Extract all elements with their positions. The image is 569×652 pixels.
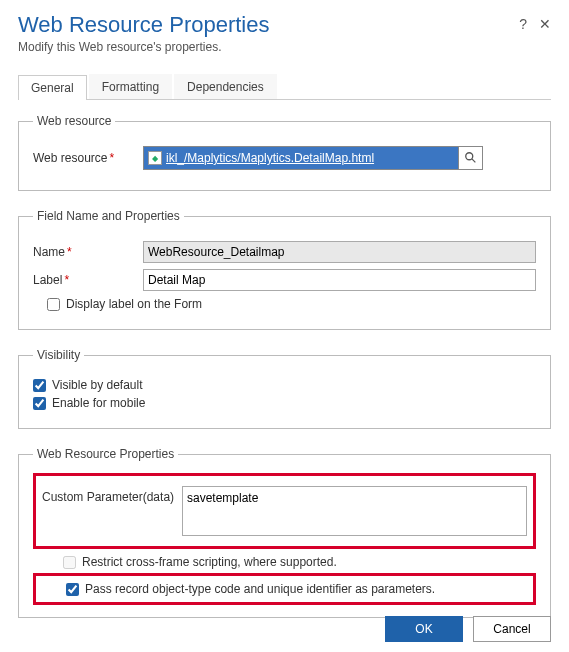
- restrict-xframe-text: Restrict cross-frame scripting, where su…: [82, 555, 337, 569]
- section-wr-properties: Web Resource Properties Custom Parameter…: [18, 447, 551, 618]
- label-label: Label*: [33, 273, 143, 287]
- tab-strip: General Formatting Dependencies: [18, 74, 551, 100]
- custom-param-textarea[interactable]: [182, 486, 527, 536]
- legend-web-resource: Web resource: [33, 114, 115, 128]
- display-label-checkbox[interactable]: [47, 298, 60, 311]
- svg-line-1: [471, 159, 475, 163]
- dialog-header: Web Resource Properties Modify this Web …: [18, 12, 551, 74]
- dialog-footer: OK Cancel: [385, 616, 551, 642]
- section-field-name: Field Name and Properties Name* Label* D…: [18, 209, 551, 330]
- name-input[interactable]: [143, 241, 536, 263]
- required-asterisk: *: [67, 245, 72, 259]
- svg-point-0: [465, 153, 472, 160]
- label-custom-param: Custom Parameter(data): [42, 486, 182, 504]
- tab-formatting[interactable]: Formatting: [89, 74, 172, 99]
- close-icon[interactable]: ✕: [539, 16, 551, 32]
- highlight-custom-param: Custom Parameter(data): [33, 473, 536, 549]
- display-label-text: Display label on the Form: [66, 297, 202, 311]
- webresource-icon: ◆: [148, 151, 162, 165]
- dialog-web-resource-properties: Web Resource Properties Modify this Web …: [0, 0, 569, 652]
- help-icon[interactable]: ?: [519, 16, 527, 32]
- cancel-button[interactable]: Cancel: [473, 616, 551, 642]
- legend-wr-properties: Web Resource Properties: [33, 447, 178, 461]
- lookup-button[interactable]: [458, 147, 482, 169]
- required-asterisk: *: [109, 151, 114, 165]
- restrict-xframe-checkbox[interactable]: [63, 556, 76, 569]
- legend-field-name: Field Name and Properties: [33, 209, 184, 223]
- label-input[interactable]: [143, 269, 536, 291]
- label-name: Name*: [33, 245, 143, 259]
- pass-record-text: Pass record object-type code and unique …: [85, 582, 435, 596]
- enable-mobile-text: Enable for mobile: [52, 396, 145, 410]
- section-web-resource: Web resource Web resource* ◆ ikl_/Maplyt…: [18, 114, 551, 191]
- legend-visibility: Visibility: [33, 348, 84, 362]
- tab-dependencies[interactable]: Dependencies: [174, 74, 277, 99]
- required-asterisk: *: [64, 273, 69, 287]
- highlight-pass-record: Pass record object-type code and unique …: [33, 573, 536, 605]
- visible-default-checkbox[interactable]: [33, 379, 46, 392]
- search-icon: [464, 151, 478, 165]
- dialog-title: Web Resource Properties: [18, 12, 270, 38]
- visible-default-text: Visible by default: [52, 378, 143, 392]
- ok-button[interactable]: OK: [385, 616, 463, 642]
- web-resource-value[interactable]: ◆ ikl_/Maplytics/Maplytics.DetailMap.htm…: [144, 147, 458, 169]
- section-visibility: Visibility Visible by default Enable for…: [18, 348, 551, 429]
- dialog-subtitle: Modify this Web resource's properties.: [18, 40, 270, 54]
- title-block: Web Resource Properties Modify this Web …: [18, 12, 270, 74]
- label-web-resource: Web resource*: [33, 151, 143, 165]
- header-icons: ? ✕: [519, 12, 551, 32]
- pass-record-checkbox[interactable]: [66, 583, 79, 596]
- tab-general[interactable]: General: [18, 75, 87, 100]
- web-resource-lookup[interactable]: ◆ ikl_/Maplytics/Maplytics.DetailMap.htm…: [143, 146, 483, 170]
- enable-mobile-checkbox[interactable]: [33, 397, 46, 410]
